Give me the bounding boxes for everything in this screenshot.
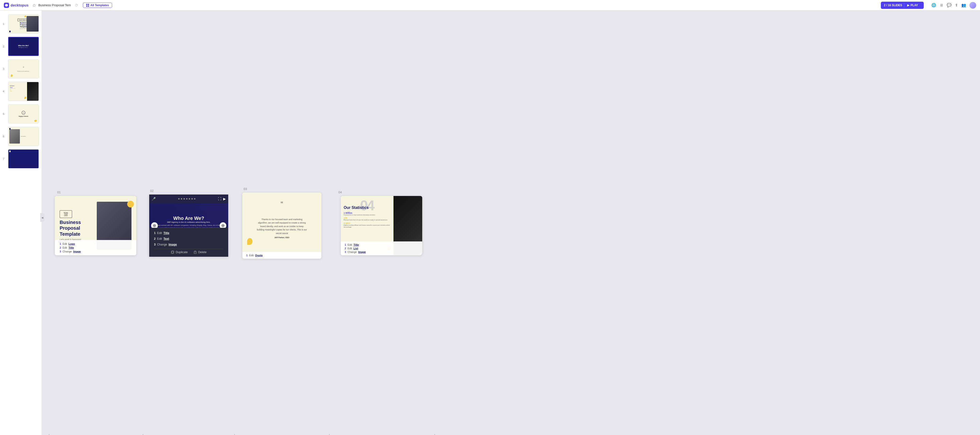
slide-thumb-2: Who Are We? DEF Agency is the #1... [8, 37, 39, 56]
sidebar-slide-2[interactable]: 2 Who Are We? DEF Agency is the #1... [1, 35, 41, 57]
slide-thumb-6: testimonial text... [8, 127, 39, 146]
action-label-2: Edit [62, 246, 67, 249]
stat2-label: Podcast hosts from all over the world ar… [344, 219, 391, 221]
slide-03-actions: 1 Edit Quote [242, 252, 321, 259]
app-logo[interactable]: decktopus [4, 3, 29, 8]
slide-02-title: Who Are We? [173, 216, 204, 221]
logo-icon [4, 3, 9, 8]
svg-rect-4 [88, 5, 89, 7]
users-icon[interactable]: 👥 [961, 3, 966, 8]
mic-icon[interactable]: 🎤 [151, 197, 156, 201]
slide-02-popup: 1 Edit Title 2 Edit Text 3 Change Image [149, 228, 228, 257]
edit-quote-link[interactable]: Quote [255, 254, 263, 257]
edit-title-link-01[interactable]: Title [68, 246, 74, 249]
change-image-link-04[interactable]: Image [358, 251, 366, 253]
popup-action-label-1: Edit [157, 231, 162, 235]
duplicate-label: Duplicate [176, 251, 188, 254]
change-image-link-02[interactable]: Image [169, 243, 177, 246]
sidebar-slide-5[interactable]: 5 ○ Happy Clients [1, 103, 41, 125]
slide-number-4: 4 [3, 90, 6, 93]
slide-01-title: BusinessProposalTemplate [60, 219, 81, 237]
slide-03-quote-text: Thanks to our focused team and marketing… [250, 218, 314, 235]
monitor-icon[interactable]: 🖥 [940, 3, 943, 8]
sidebar-slide-3[interactable]: 3 " Thanks to our focused team... [1, 58, 41, 80]
play-button[interactable]: ▶ PLAY [904, 3, 921, 8]
action-num-04-1: 1 [345, 243, 346, 246]
slide-thumb-1: PLACE YOUR LOGO BusinessProposalTemplate… [8, 14, 39, 33]
slide-col-04: 04 Our Statistics 1 Million Connections … [334, 11, 430, 435]
slide-04-actions: 1 Edit Title 2 Edit List 3 Change Image [341, 241, 422, 255]
edit-text-link-02[interactable]: Text [163, 237, 169, 240]
change-image-link-01[interactable]: Image [73, 250, 81, 253]
slide-counter: 2 / 16 SLIDES ▶ PLAY [881, 2, 924, 9]
slide-02-subtitle: DEF Agency is the #1 software advertisin… [167, 221, 210, 223]
add-slide-left-button[interactable]: ＋ [46, 431, 52, 435]
slide-thumb-3: " Thanks to our focused team... [8, 59, 39, 78]
user-avatar[interactable] [969, 2, 976, 9]
action-label-04-2: Edit [347, 247, 352, 250]
slide-01-yellow-deco [127, 201, 134, 208]
globe-icon[interactable]: 🌐 [931, 3, 936, 8]
slide-02-center-dots [178, 198, 196, 200]
svg-rect-2 [88, 4, 89, 5]
delete-action[interactable]: Delete [194, 251, 207, 254]
add-slide-between-03-04-button[interactable]: ＋ [326, 431, 332, 435]
edit-list-link-04[interactable]: List [353, 247, 358, 250]
all-templates-button[interactable]: All Templates [83, 3, 112, 8]
sidebar-slide-4[interactable]: 4 Our Statistics 1 Million Connections t… [1, 80, 41, 102]
expand-icon[interactable]: ⛶ [218, 197, 221, 201]
home-icon[interactable]: ⌂ [33, 3, 35, 8]
action-label-04-3: Change [347, 251, 357, 253]
stat3-value: 2,000+ [344, 222, 391, 224]
add-slide-right-button[interactable]: ＋ [431, 431, 438, 435]
slide-thumb-5: ○ Happy Clients [8, 104, 39, 124]
chat-icon[interactable]: 💬 [947, 3, 951, 8]
stat3-label: Highest ranking affiliate and review net… [344, 224, 391, 228]
slide-number-label-03: 03 [243, 187, 247, 191]
add-slide-between-01-02-button[interactable]: ＋ [140, 431, 146, 435]
popup-row-3: 3 Change Image [154, 242, 223, 248]
popup-action-num-3: 3 [154, 243, 156, 246]
duplicate-action[interactable]: Duplicate [171, 251, 188, 254]
edit-title-link-04[interactable]: Title [353, 243, 359, 246]
slide-03-action-1: 1 Edit Quote [246, 254, 318, 257]
popup-divider [154, 249, 223, 249]
history-icon[interactable]: ⏱ [75, 3, 78, 7]
slide-01-logo-placeholder: PLACEYOURLOGO [60, 210, 72, 218]
popup-row-2: 2 Edit Text [154, 236, 223, 242]
document-title: Business Proposal Tem [38, 3, 71, 7]
share-icon[interactable]: ⬆ [955, 3, 958, 8]
add-slide-between-02-03-button[interactable]: ＋ [231, 431, 238, 435]
slide-01-action-3: 3 Change Image [60, 250, 132, 253]
slide-number-label-04: 04 [337, 191, 342, 194]
sidebar-slide-7[interactable]: 7 [1, 148, 41, 170]
popup-action-num-2: 2 [154, 237, 156, 240]
svg-rect-3 [86, 5, 88, 7]
stat1-label: Connections to host customer discovery s… [344, 214, 391, 216]
slide-number-7: 7 [3, 157, 6, 160]
popup-action-label-2: Edit [157, 237, 162, 240]
slide-01-action-1: 1 Edit Logo [60, 242, 132, 245]
slide-number-2: 2 [3, 45, 6, 48]
popup-action-num-1: 1 [154, 231, 156, 235]
slide-03-author: Jeff Parker, CEO [274, 237, 290, 238]
sidebar-slide-6[interactable]: 6 testimonial text... [1, 125, 41, 148]
action-num-04-2: 2 [345, 247, 346, 250]
popup-bottom-actions: Duplicate Delete [154, 251, 223, 254]
action-num-03-1: 1 [246, 254, 248, 257]
svg-rect-15 [194, 251, 196, 254]
slide-04-action-1: 1 Edit Title [345, 243, 418, 246]
sidebar-collapse-arrow[interactable]: ◀ [40, 213, 45, 222]
action-num-2: 2 [60, 246, 61, 249]
slide-01-action-2: 2 Edit Title [60, 246, 132, 249]
slide-02-wrapper: 🎤 ⛶ ▶ [149, 195, 228, 257]
edit-title-link-02[interactable]: Title [163, 231, 169, 235]
edit-logo-link[interactable]: Logo [68, 242, 75, 245]
slide-04-title: Our Statistics [344, 206, 391, 210]
play-icon-slide[interactable]: ▶ [223, 197, 226, 201]
slide-canvas: ＋ 01 PLACEYOURLOGO BusinessProposalTempl… [42, 11, 980, 435]
slide-thumb-4: Our Statistics 1 Million Connections to … [8, 82, 39, 101]
slide-thumb-7 [8, 149, 39, 168]
action-label-04-1: Edit [347, 243, 352, 246]
sidebar-slide-1[interactable]: 1 PLACE YOUR LOGO BusinessProposalTempla… [1, 13, 41, 35]
